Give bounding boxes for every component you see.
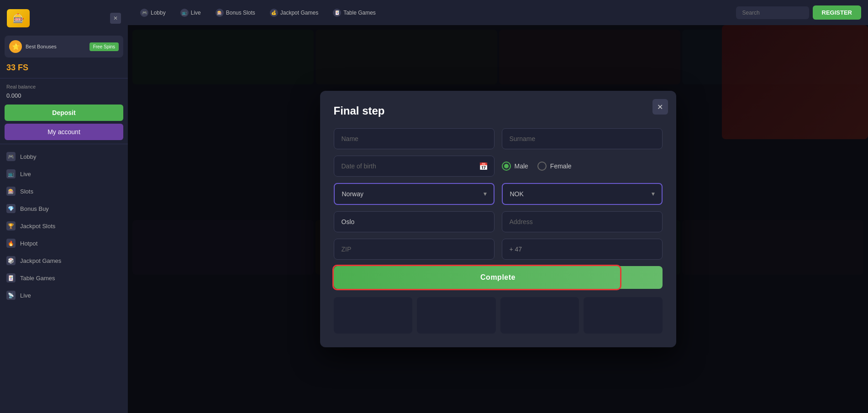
- bonus-buy-icon: 💎: [6, 204, 16, 213]
- lobby-icon: 🎮: [6, 152, 16, 161]
- tab-label: Lobby: [151, 10, 166, 16]
- zip-phone-row: + 47: [334, 239, 663, 260]
- country-select-wrapper: Norway Sweden Denmark Finland ▼: [334, 183, 494, 205]
- close-icon: ✕: [657, 103, 663, 111]
- table-tab-icon: 🃏: [333, 9, 341, 17]
- sidebar-bonus-area: ⭐ Best Bonuses Free Spins: [5, 36, 123, 58]
- sidebar-balance-value: 0.000: [0, 91, 128, 103]
- phone-input[interactable]: [526, 239, 654, 259]
- sidebar-item-label: Lobby: [20, 153, 36, 160]
- search-input[interactable]: [736, 6, 809, 19]
- jackpot-icon: 🏆: [6, 221, 16, 230]
- modal-close-button[interactable]: ✕: [652, 99, 668, 115]
- female-radio-label[interactable]: Female: [537, 162, 572, 171]
- country-select[interactable]: Norway Sweden Denmark Finland: [334, 183, 494, 205]
- sidebar-item-jackpot-games[interactable]: 🎲 Jackpot Games: [0, 252, 128, 269]
- sidebar-item-slots[interactable]: 🎰 Slots: [0, 183, 128, 200]
- tab-live[interactable]: 📺 Live: [175, 6, 206, 20]
- lobby-tab-icon: 🎮: [140, 9, 148, 17]
- register-button[interactable]: REGISTER: [813, 5, 861, 20]
- bottom-tile-4: [584, 297, 663, 334]
- female-label: Female: [550, 162, 572, 170]
- bonus-icon: ⭐: [9, 40, 22, 53]
- sidebar-item-label: Slots: [20, 188, 33, 195]
- sidebar-item-label: Bonus Buy: [20, 205, 49, 212]
- gender-group: Male Female: [502, 156, 663, 177]
- zip-input[interactable]: [334, 239, 494, 260]
- tab-bonus-slots[interactable]: 🎰 Bonus Slots: [210, 6, 261, 20]
- sidebar-header: 🎰 ✕: [0, 5, 128, 32]
- sidebar-item-table-games[interactable]: 🃏 Table Games: [0, 269, 128, 287]
- date-of-birth-input[interactable]: [334, 156, 494, 177]
- complete-button[interactable]: Complete: [334, 266, 663, 289]
- tab-lobby[interactable]: 🎮 Lobby: [135, 6, 171, 20]
- address-input[interactable]: [502, 211, 663, 232]
- country-currency-row: Norway Sweden Denmark Finland ▼ NOK EUR …: [334, 183, 663, 205]
- live-tab-icon: 📺: [180, 9, 189, 17]
- tab-table-games[interactable]: 🃏 Table Games: [327, 6, 381, 20]
- bonus-label: Best Bonuses: [26, 44, 57, 49]
- phone-prefix: + 47: [510, 246, 522, 253]
- city-address-row: [334, 211, 663, 232]
- name-surname-row: [334, 128, 663, 149]
- male-radio-label[interactable]: Male: [502, 162, 528, 171]
- complete-btn-wrapper: Complete: [334, 266, 663, 289]
- sidebar-divider: [0, 78, 128, 78]
- name-input[interactable]: [334, 128, 494, 149]
- sidebar-account-button[interactable]: My account: [5, 124, 123, 140]
- date-of-birth-wrapper: 📅: [334, 156, 494, 177]
- sidebar-divider-2: [0, 144, 128, 144]
- bonus-slots-tab-icon: 🎰: [216, 9, 224, 17]
- sidebar-item-label: Live: [20, 171, 31, 178]
- jackpot-tab-icon: 💰: [270, 9, 278, 17]
- female-radio-outer: [537, 162, 547, 171]
- final-step-modal: Final step ✕ 📅: [320, 91, 676, 347]
- sidebar-item-live[interactable]: 📺 Live: [0, 165, 128, 183]
- main-content: Final step ✕ 📅: [128, 25, 868, 413]
- sidebar-close-button[interactable]: ✕: [110, 13, 121, 24]
- tab-label: Table Games: [343, 10, 376, 16]
- sidebar-item-label: Jackpot Slots: [20, 223, 55, 230]
- slots-icon: 🎰: [6, 187, 16, 196]
- male-radio-outer: [502, 162, 511, 171]
- live2-icon: 📡: [6, 291, 16, 300]
- surname-input[interactable]: [502, 128, 663, 149]
- currency-select-wrapper: NOK EUR USD GBP ▼: [502, 183, 663, 205]
- dob-gender-row: 📅 Male Female: [334, 156, 663, 177]
- jackpot-games-icon: 🎲: [6, 256, 16, 265]
- city-input[interactable]: [334, 211, 494, 232]
- tab-jackpot-games[interactable]: 💰 Jackpot Games: [264, 6, 324, 20]
- modal-overlay: Final step ✕ 📅: [128, 25, 868, 413]
- sidebar-deposit-button[interactable]: Deposit: [5, 105, 123, 121]
- top-navigation: 🎮 Lobby 📺 Live 🎰 Bonus Slots 💰 Jackpot G…: [128, 0, 868, 25]
- currency-select[interactable]: NOK EUR USD GBP: [502, 183, 663, 205]
- sidebar-item-jackpot[interactable]: 🏆 Jackpot Slots: [0, 217, 128, 235]
- bottom-tile-2: [417, 297, 496, 334]
- sidebar-item-hotpot[interactable]: 🔥 Hotpot: [0, 235, 128, 252]
- phone-wrapper: + 47: [502, 239, 663, 260]
- calendar-icon: 📅: [479, 162, 488, 171]
- tab-label: Bonus Slots: [226, 10, 255, 16]
- logo-icon: 🎰: [7, 9, 30, 27]
- live-icon: 📺: [6, 169, 16, 178]
- sidebar-item-bonus-buy[interactable]: 💎 Bonus Buy: [0, 200, 128, 217]
- sidebar-item-lobby[interactable]: 🎮 Lobby: [0, 148, 128, 165]
- sidebar-amount: 33 FS: [0, 61, 128, 74]
- table-games-icon: 🃏: [6, 273, 16, 282]
- tab-label: Live: [191, 10, 201, 16]
- sidebar-balance-label: Real balance: [0, 82, 128, 91]
- hotpot-icon: 🔥: [6, 239, 16, 248]
- sidebar: 🎰 ✕ ⭐ Best Bonuses Free Spins 33 FS Real…: [0, 0, 128, 413]
- bottom-tile-1: [334, 297, 413, 334]
- tab-label: Jackpot Games: [280, 10, 318, 16]
- sidebar-item-live2[interactable]: 📡 Live: [0, 287, 128, 304]
- free-spins-button[interactable]: Free Spins: [89, 42, 119, 51]
- sidebar-item-label: Live: [20, 292, 31, 299]
- close-icon: ✕: [113, 15, 118, 21]
- sidebar-item-label: Hotpot: [20, 240, 37, 247]
- modal-title: Final step: [334, 105, 663, 117]
- bottom-tiles: [334, 297, 663, 334]
- sidebar-item-label: Table Games: [20, 275, 55, 282]
- bottom-tile-3: [500, 297, 579, 334]
- male-label: Male: [515, 162, 528, 170]
